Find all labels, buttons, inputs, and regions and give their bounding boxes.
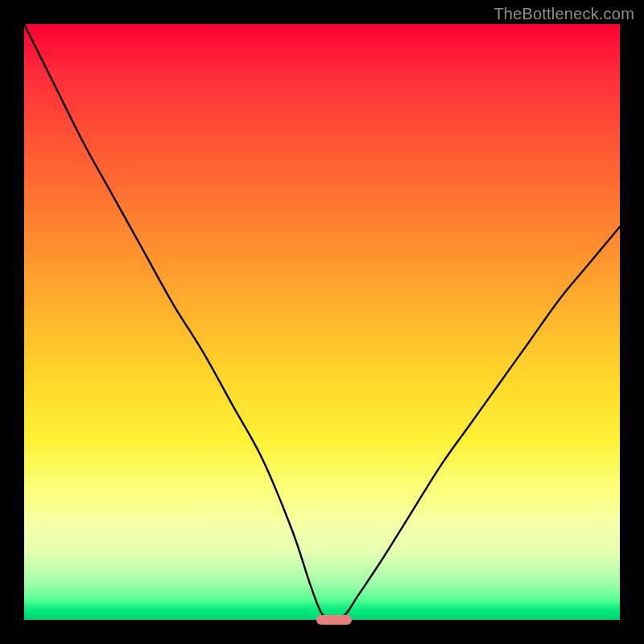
watermark-text: TheBottleneck.com	[493, 5, 634, 23]
bottleneck-curve	[24, 24, 620, 620]
plot-area	[24, 24, 620, 620]
best-match-marker	[316, 615, 352, 625]
chart-frame: TheBottleneck.com	[0, 0, 644, 644]
curve-layer	[24, 24, 620, 620]
